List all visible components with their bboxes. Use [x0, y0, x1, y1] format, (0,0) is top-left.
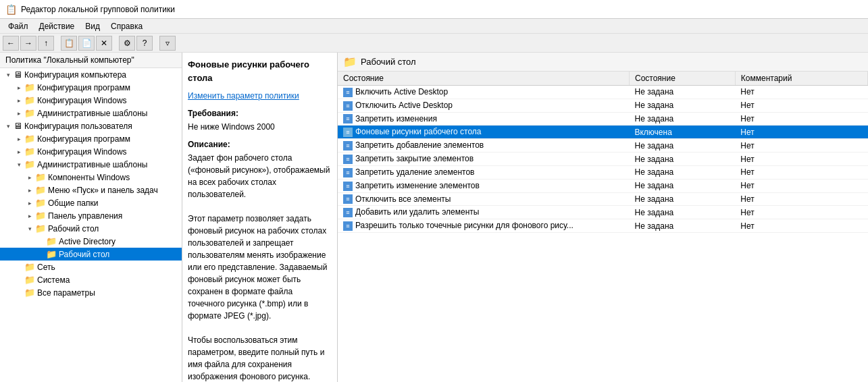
tree-item-start-menu[interactable]: ▸ 📁 Меню «Пуск» и панель задач: [0, 184, 182, 196]
tree-item-windows-2[interactable]: ▸ 📁 Конфигурация Windows: [0, 145, 182, 158]
tree-header-text: Политика "Локальный компьютер": [5, 55, 134, 65]
tree-item-desktop-bg[interactable]: 📁 Рабочий стол: [0, 248, 182, 261]
table-row[interactable]: ≡Отключить все элементы Не задана Нет: [338, 192, 868, 206]
policy-status: Не задана: [629, 112, 735, 126]
tree-item-network[interactable]: 📁 Сеть: [0, 261, 182, 273]
tree-item-admin-templates-1[interactable]: ▸ 📁 Административные шаблоны: [0, 107, 182, 119]
toolbar-properties[interactable]: ⚙: [119, 36, 135, 51]
toolbar-back[interactable]: ←: [3, 36, 19, 51]
toolbar-up[interactable]: ↑: [38, 36, 54, 51]
policy-header-title: Рабочий стол: [361, 57, 416, 67]
tree-item-admin-templates-2[interactable]: ▾ 📁 Административные шаблоны: [0, 158, 182, 171]
table-row[interactable]: ≡Отключить Active Desktop Не задана Нет: [338, 99, 868, 112]
table-row[interactable]: ≡Включить Active Desktop Не задана Нет: [338, 86, 868, 99]
menu-view[interactable]: Вид: [80, 20, 105, 32]
tree-item-label: Система: [37, 275, 70, 285]
toolbar-filter[interactable]: ▿: [159, 36, 176, 51]
tree-item-system[interactable]: 📁 Система: [0, 273, 182, 286]
description-text: Задает фон рабочего стола («фоновый рису…: [188, 152, 332, 382]
expander-icon: ▾: [24, 225, 35, 232]
toolbar-copy[interactable]: 📋: [61, 36, 77, 51]
expander-icon: ▸: [14, 148, 24, 155]
title-bar-icon: 📋: [5, 4, 17, 15]
policy-name: ≡Включить Active Desktop: [338, 86, 629, 99]
policy-comment: Нет: [735, 99, 867, 112]
policy-status: Не задана: [629, 165, 735, 179]
table-row[interactable]: ≡Добавить или удалить элементы Не задана…: [338, 206, 868, 219]
policy-name: ≡Отключить Active Desktop: [338, 99, 629, 112]
folder-icon: 📁: [24, 108, 35, 118]
tree-item-label: Сеть: [37, 263, 55, 272]
tree-item-all-params[interactable]: 📁 Все параметры: [0, 286, 182, 299]
policy-name: ≡Разрешить только точечные рисунки для ф…: [338, 219, 629, 233]
tree-item-label: Конфигурация Windows: [37, 96, 127, 105]
policy-name: ≡Запретить изменение элементов: [338, 179, 629, 192]
folder-icon: 🖥: [14, 70, 22, 80]
folder-icon: 📁: [35, 198, 46, 208]
toolbar-help[interactable]: ?: [136, 36, 153, 51]
toolbar-forward[interactable]: →: [20, 36, 36, 51]
toolbar-paste[interactable]: 📄: [78, 36, 95, 51]
policy-comment: Нет: [735, 139, 867, 153]
table-row[interactable]: ≡Разрешить только точечные рисунки для ф…: [338, 219, 868, 233]
table-row[interactable]: ≡Запретить закрытие элементов Не задана …: [338, 153, 868, 166]
tree-item-win-components[interactable]: ▸ 📁 Компоненты Windows: [0, 171, 182, 184]
folder-icon: 📁: [35, 223, 46, 234]
table-row[interactable]: ≡Запретить изменения Не задана Нет: [338, 112, 868, 126]
tree-item-label: Все параметры: [37, 288, 95, 298]
main-layout: Политика "Локальный компьютер" ▾ 🖥 Конфи…: [0, 53, 868, 382]
expander-icon: ▸: [24, 200, 35, 207]
table-row[interactable]: ≡Фоновые рисунки рабочего стола Включена…: [338, 126, 868, 139]
folder-icon: 📁: [46, 236, 57, 246]
tree-item-control-panel[interactable]: ▸ 📁 Панель управления: [0, 209, 182, 222]
policy-icon: ≡: [343, 114, 353, 124]
folder-icon: 📁: [24, 146, 35, 157]
expander-icon: ▸: [14, 84, 24, 91]
expander-icon: ▸: [24, 174, 35, 181]
menu-help[interactable]: Справка: [105, 20, 148, 32]
policy-icon: ≡: [343, 88, 353, 97]
policy-comment: Нет: [735, 153, 867, 166]
tree-item-windows-1[interactable]: ▸ 📁 Конфигурация Windows: [0, 94, 182, 107]
menu-action[interactable]: Действие: [34, 20, 80, 32]
tree-item-active-directory[interactable]: 📁 Active Directory: [0, 235, 182, 248]
policy-name: ≡Запретить закрытие элементов: [338, 153, 629, 166]
menu-file[interactable]: Файл: [3, 20, 34, 32]
table-header-row: Состояние Состояние Комментарий: [338, 72, 868, 86]
desc-change-link[interactable]: Изменить параметр политики: [188, 90, 332, 102]
table-row[interactable]: ≡Запретить изменение элементов Не задана…: [338, 179, 868, 192]
menu-bar: Файл Действие Вид Справка: [0, 19, 868, 34]
policy-comment: Нет: [735, 165, 867, 179]
col-comment: Комментарий: [735, 72, 867, 86]
policy-icon: ≡: [343, 141, 353, 151]
tree-item-desktop[interactable]: ▾ 📁 Рабочий стол: [0, 222, 182, 235]
tree-item-programs-2[interactable]: ▸ 📁 Конфигурация программ: [0, 132, 182, 145]
policy-comment: Нет: [735, 126, 867, 139]
tree-item-computer-config[interactable]: ▾ 🖥 Конфигурация компьютера: [0, 68, 182, 81]
policy-comment: Нет: [735, 179, 867, 192]
folder-icon: 📁: [35, 172, 46, 182]
policy-icon: ≡: [343, 194, 353, 204]
tree-item-user-config[interactable]: ▾ 🖥 Конфигурация пользователя: [0, 119, 182, 132]
folder-icon: 📁: [24, 159, 35, 169]
title-bar-text: Редактор локальной групповой политики: [21, 5, 175, 14]
policy-table-body: ≡Включить Active Desktop Не задана Нет ≡…: [338, 86, 868, 233]
tree-item-label: Active Directory: [59, 237, 116, 246]
folder-icon: 📁: [46, 249, 57, 259]
policy-icon: ≡: [343, 182, 353, 191]
tree-item-label: Меню «Пуск» и панель задач: [48, 186, 158, 195]
expander-icon: ▸: [14, 136, 24, 142]
tree-item-shared-folders[interactable]: ▸ 📁 Общие папки: [0, 196, 182, 209]
expander-icon: ▾: [3, 72, 14, 78]
tree-item-label: Конфигурация пользователя: [24, 121, 132, 131]
title-bar: 📋 Редактор локальной групповой политики: [0, 0, 868, 19]
desc-title: Фоновые рисунки рабочего стола: [188, 58, 332, 84]
table-row[interactable]: ≡Запретить добавление элементов Не задан…: [338, 139, 868, 153]
table-row[interactable]: ≡Запретить удаление элементов Не задана …: [338, 165, 868, 179]
expander-icon: ▸: [24, 187, 35, 194]
tree-item-programs-1[interactable]: ▸ 📁 Конфигурация программ: [0, 81, 182, 94]
tree-item-label: Рабочий стол: [59, 250, 109, 259]
policy-name: ≡Отключить все элементы: [338, 192, 629, 206]
folder-icon: 📁: [24, 82, 35, 92]
toolbar-delete[interactable]: ✕: [96, 36, 112, 51]
